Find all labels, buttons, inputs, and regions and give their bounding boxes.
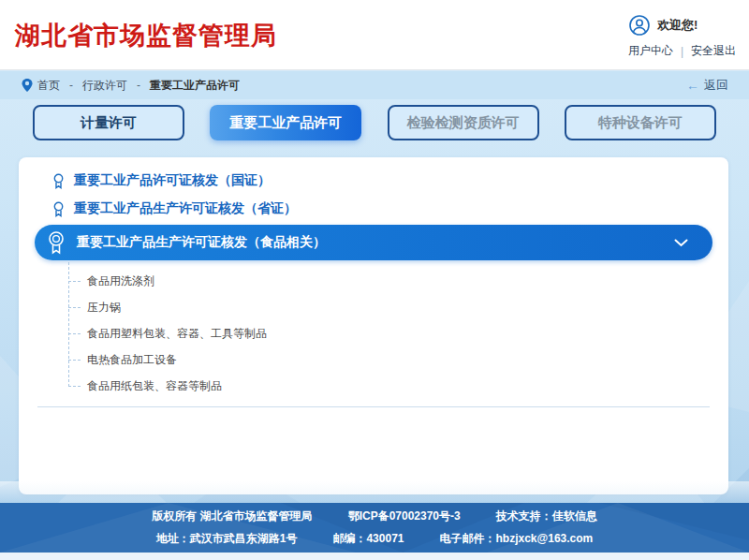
tree-connector	[68, 281, 81, 282]
breadcrumb-separator: -	[137, 79, 140, 92]
site-title: 湖北省市场监督管理局	[15, 19, 277, 52]
breadcrumb-bar: 首页 - 行政许可 - 重要工业产品许可 ← 返回	[0, 71, 749, 99]
user-avatar-icon	[628, 14, 651, 37]
tab-inspection-qualification-license[interactable]: 检验检测资质许可	[388, 105, 539, 140]
license-list-card: 重要工业产品许可证核发（国证） 重要工业产品生产许可证核发（省证） 重要工业产品…	[19, 157, 728, 494]
footer-line-1: 版权所有 湖北省市场监督管理局 鄂ICP备07002370号-3 技术支持：佳软…	[152, 508, 596, 524]
email-text: 电子邮件：hbzjxck@163.com	[439, 531, 593, 547]
tech-support-text: 技术支持：佳软信息	[496, 508, 597, 524]
icp-number: 鄂ICP备07002370号-3	[348, 508, 461, 524]
medal-icon	[47, 230, 66, 255]
user-links-divider: |	[681, 45, 683, 58]
copyright-text: 版权所有 湖北省市场监督管理局	[152, 508, 312, 524]
license-row-label: 重要工业产品生产许可证核发（省证）	[74, 200, 297, 217]
list-item-label: 食品用纸包装、容器等制品	[87, 378, 222, 394]
bottom-strip	[0, 553, 749, 560]
location-pin-icon	[21, 78, 34, 93]
list-item-label: 食品用洗涤剂	[87, 273, 154, 289]
license-row-label: 重要工业产品许可证核发（国证）	[74, 172, 271, 189]
footer-shore-texture	[0, 481, 749, 503]
back-button[interactable]: ← 返回	[686, 77, 728, 94]
license-tabs: 计量许可 重要工业产品许可 检验检测资质许可 特种设备许可	[0, 105, 749, 140]
list-item-label: 食品用塑料包装、容器、工具等制品	[87, 326, 267, 342]
back-arrow-icon: ←	[686, 78, 699, 93]
license-row-national[interactable]: 重要工业产品许可证核发（国证）	[19, 167, 728, 195]
footer-line-2: 地址：武汉市武昌东湖路1号 邮编：430071 电子邮件：hbzjxck@163…	[156, 531, 593, 547]
site-header: 湖北省市场监督管理局 欢迎您! 用户中心 | 安全退出	[0, 0, 749, 70]
user-center-link[interactable]: 用户中心	[628, 43, 673, 59]
license-row-label: 重要工业产品生产许可证核发（食品相关）	[77, 234, 326, 251]
welcome-text: 欢迎您!	[657, 17, 698, 34]
back-label: 返回	[704, 77, 728, 94]
card-divider	[37, 406, 710, 407]
medal-icon	[52, 173, 65, 189]
welcome-row: 欢迎您!	[628, 13, 736, 37]
page: 湖北省市场监督管理局 欢迎您! 用户中心 | 安全退出	[0, 0, 749, 560]
tree-connector	[68, 333, 81, 334]
list-item-paper-packaging[interactable]: 食品用纸包装、容器等制品	[68, 373, 728, 399]
tab-industrial-products-license[interactable]: 重要工业产品许可	[210, 105, 361, 140]
license-row-provincial[interactable]: 重要工业产品生产许可证核发（省证）	[19, 195, 728, 223]
tree-connector	[68, 360, 81, 361]
logout-link[interactable]: 安全退出	[691, 43, 736, 59]
chevron-down-icon[interactable]	[674, 239, 688, 247]
tab-metrology-license[interactable]: 计量许可	[33, 105, 184, 140]
list-item-label: 压力锅	[87, 300, 121, 316]
breadcrumb-separator: -	[69, 79, 73, 92]
user-links: 用户中心 | 安全退出	[628, 43, 736, 59]
list-item-plastic-packaging[interactable]: 食品用塑料包装、容器、工具等制品	[68, 320, 728, 346]
list-item-pressure-cooker[interactable]: 压力锅	[68, 294, 728, 320]
tree-connector	[68, 307, 81, 308]
tab-special-equipment-license[interactable]: 特种设备许可	[565, 105, 716, 140]
breadcrumb-current: 重要工业产品许可	[150, 78, 240, 94]
breadcrumb-home[interactable]: 首页	[37, 78, 60, 94]
list-item-electric-food-equipment[interactable]: 电热食品加工设备	[68, 346, 728, 373]
breadcrumb-licensing[interactable]: 行政许可	[82, 78, 127, 94]
tree-connector	[68, 386, 81, 387]
medal-icon	[52, 201, 65, 217]
list-item-detergents[interactable]: 食品用洗涤剂	[68, 268, 728, 294]
footer-lines: 版权所有 湖北省市场监督管理局 鄂ICP备07002370号-3 技术支持：佳软…	[0, 503, 749, 553]
list-item-label: 电热食品加工设备	[87, 352, 177, 368]
breadcrumb: 首页 - 行政许可 - 重要工业产品许可	[37, 78, 240, 94]
address-text: 地址：武汉市武昌东湖路1号	[156, 531, 298, 547]
site-footer: 版权所有 湖北省市场监督管理局 鄂ICP备07002370号-3 技术支持：佳软…	[0, 503, 749, 553]
license-sub-items: 食品用洗涤剂 压力锅 食品用塑料包装、容器、工具等制品 电热食品加工设备 食品用…	[68, 268, 728, 399]
license-row-food-related-expanded[interactable]: 重要工业产品生产许可证核发（食品相关）	[35, 225, 712, 260]
user-area: 欢迎您! 用户中心 | 安全退出	[628, 13, 736, 59]
postal-code-text: 邮编：430071	[332, 531, 404, 547]
